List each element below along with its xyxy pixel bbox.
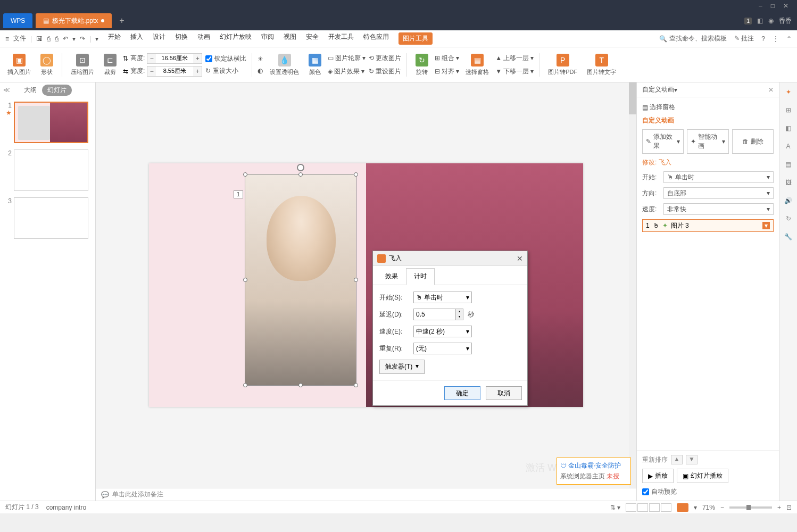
reorder-down-button[interactable]: ▼ <box>686 455 698 464</box>
selection-pane-link[interactable]: ▤选择窗格 <box>642 103 774 112</box>
adjust-icon[interactable]: ⇅ ▾ <box>610 504 620 511</box>
reorder-up-button[interactable]: ▲ <box>671 455 683 464</box>
resize-handle-ne[interactable] <box>354 172 358 177</box>
menu-view[interactable]: 视图 <box>284 32 296 45</box>
zoom-slider[interactable] <box>729 506 772 509</box>
sidetool-tools-icon[interactable]: 🔧 <box>783 231 794 242</box>
menu-icon[interactable]: ≡ <box>5 35 9 43</box>
play-dropdown[interactable]: ▾ <box>694 504 697 511</box>
resize-handle-nw[interactable] <box>243 172 247 177</box>
menu-devtools[interactable]: 开发工具 <box>328 32 354 45</box>
add-effect-button[interactable]: ✎添加效果▾ <box>642 129 684 154</box>
redo-icon[interactable]: ↷ <box>80 35 85 43</box>
quick-access-dropdown[interactable]: ▾ <box>95 35 98 43</box>
canvas-vertical-scrollbar[interactable] <box>629 82 636 488</box>
print-icon[interactable]: ⎙ <box>55 35 59 43</box>
delay-down[interactable]: ▾ <box>455 314 463 320</box>
outline-tab[interactable]: 大纲 <box>24 86 37 95</box>
pic-to-text-button[interactable]: T图片转文字 <box>584 53 619 77</box>
reset-picture-button[interactable]: ↻重设图片 <box>369 67 401 76</box>
anim-item-dropdown[interactable]: ▾ <box>762 222 770 229</box>
smart-anim-button[interactable]: ✦智能动画▾ <box>687 129 728 154</box>
resize-handle-n[interactable] <box>298 172 303 177</box>
height-increase[interactable]: + <box>193 54 202 63</box>
sidetool-style-icon[interactable]: ◧ <box>783 123 794 134</box>
width-increase[interactable]: + <box>193 66 202 76</box>
normal-view-button[interactable] <box>626 503 636 512</box>
collapse-ribbon-icon[interactable]: ⌃ <box>786 35 792 43</box>
color-button[interactable]: ▦颜色 <box>305 53 325 77</box>
zoom-out-button[interactable]: − <box>720 504 724 511</box>
reset-size-button[interactable]: 重设大小 <box>213 66 238 76</box>
sidetool-audio-icon[interactable]: 🔊 <box>783 195 794 206</box>
selected-picture[interactable]: 1 <box>245 174 356 386</box>
undo-dropdown-icon[interactable]: ▾ <box>72 35 76 43</box>
menu-review[interactable]: 审阅 <box>261 32 274 45</box>
dialog-cancel-button[interactable]: 取消 <box>486 386 522 400</box>
panel-close-icon[interactable]: ✕ <box>768 86 774 94</box>
print-preview-icon[interactable]: ⎙ <box>47 35 51 43</box>
sidetool-transition-icon[interactable]: ⊞ <box>783 105 794 115</box>
dialog-tab-effect[interactable]: 效果 <box>377 268 406 285</box>
group-button[interactable]: ⊞组合▾ <box>435 54 459 63</box>
menu-animation[interactable]: 动画 <box>197 32 210 45</box>
ap-direction-combo[interactable]: 自底部▾ <box>663 187 774 199</box>
repeat-combo[interactable]: (无)▾ <box>413 343 472 354</box>
ap-start-combo[interactable]: 🖱 单击时▾ <box>663 171 774 183</box>
selection-pane-button[interactable]: ▤选择窗格 <box>462 53 492 77</box>
shape-button[interactable]: ◯形状 <box>37 53 56 77</box>
resize-handle-s[interactable] <box>298 383 303 387</box>
undo-icon[interactable]: ↶ <box>63 35 68 43</box>
maximize-button[interactable]: □ <box>771 2 775 10</box>
delete-anim-button[interactable]: 🗑删除 <box>732 129 774 154</box>
file-tab[interactable]: ▤ 极光下载站.pptx <box>36 13 112 28</box>
slides-tab[interactable]: 幻灯片 <box>42 85 72 96</box>
trigger-button[interactable]: 触发器(T)▾ <box>379 360 425 374</box>
zoom-level[interactable]: 71% <box>702 504 715 511</box>
wps-home-button[interactable]: WPS <box>3 13 32 28</box>
sidetool-font-icon[interactable]: A <box>783 141 794 152</box>
contrast-button[interactable]: ◐ <box>258 67 263 74</box>
rotate-button[interactable]: ↻旋转 <box>412 53 431 77</box>
rotate-handle[interactable] <box>297 164 304 171</box>
delay-field[interactable] <box>414 309 455 320</box>
resize-handle-se[interactable] <box>354 383 358 387</box>
dialog-tab-timing[interactable]: 计时 <box>406 268 435 285</box>
menu-transition[interactable]: 切换 <box>175 32 188 45</box>
minimize-button[interactable]: – <box>759 2 762 10</box>
ribbon-options-icon[interactable]: ⋮ <box>773 35 779 43</box>
fit-window-button[interactable]: ⊡ <box>786 504 792 511</box>
brightness-button[interactable]: ☀ <box>258 55 263 63</box>
play-slideshow-button[interactable] <box>677 503 688 512</box>
play-animation-button[interactable]: ▶播放 <box>642 469 674 483</box>
menu-start[interactable]: 开始 <box>108 32 121 45</box>
resize-handle-e[interactable] <box>354 278 358 282</box>
command-search[interactable]: 🔍 查找命令、搜索模板 <box>659 34 727 43</box>
help-icon[interactable]: ? <box>761 35 765 43</box>
sidetool-animation-icon[interactable]: ✦ <box>783 87 794 97</box>
collapse-thumbs-icon[interactable]: ≪ <box>3 86 10 94</box>
start-combo[interactable]: 🖱 单击时▾ <box>413 292 472 303</box>
skin-icon[interactable]: ◧ <box>757 17 763 24</box>
sidetool-replay-icon[interactable]: ↻ <box>783 213 794 224</box>
save-icon[interactable]: 🖫 <box>36 35 43 43</box>
slide-thumb-3[interactable]: 3 <box>4 197 91 239</box>
annotate-button[interactable]: ✎ 批注 <box>734 34 754 43</box>
dialog-ok-button[interactable]: 确定 <box>444 386 480 400</box>
sidetool-chart-icon[interactable]: ▤ <box>783 159 794 170</box>
resize-handle-sw[interactable] <box>243 383 247 387</box>
slide-thumb-1[interactable]: 1★ <box>4 102 91 143</box>
slideshow-button[interactable]: ▣幻灯片播放 <box>677 469 728 483</box>
file-menu[interactable]: 文件 <box>13 34 26 43</box>
lock-aspect-checkbox[interactable] <box>205 55 212 62</box>
send-backward-button[interactable]: ▼下移一层▾ <box>495 67 534 76</box>
crop-button[interactable]: ⊏裁剪 <box>101 53 120 77</box>
menu-special[interactable]: 特色应用 <box>363 32 389 45</box>
change-picture-button[interactable]: ⟲更改图片 <box>369 54 401 63</box>
menu-insert[interactable]: 插入 <box>130 32 143 45</box>
close-button[interactable]: ✕ <box>783 2 788 10</box>
add-tab-button[interactable]: + <box>119 16 124 26</box>
auto-preview-checkbox[interactable] <box>642 488 649 495</box>
notes-view-button[interactable] <box>661 503 671 512</box>
security-popup[interactable]: 🛡金山毒霸·安全防护 系统浏览器主页 未授 <box>557 458 631 485</box>
